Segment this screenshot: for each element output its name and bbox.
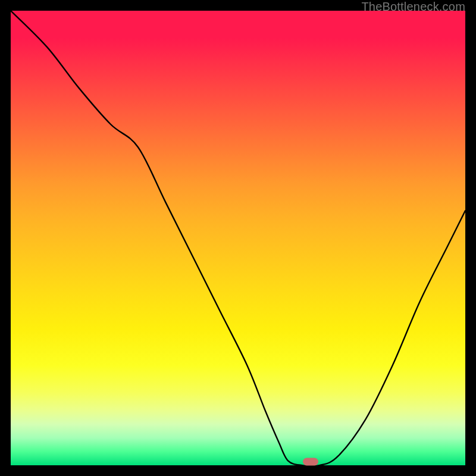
plot-area bbox=[11, 11, 465, 465]
optimal-point-marker bbox=[303, 458, 318, 465]
bottleneck-curve bbox=[11, 11, 465, 465]
chart-frame: TheBottleneck.com bbox=[0, 0, 476, 476]
